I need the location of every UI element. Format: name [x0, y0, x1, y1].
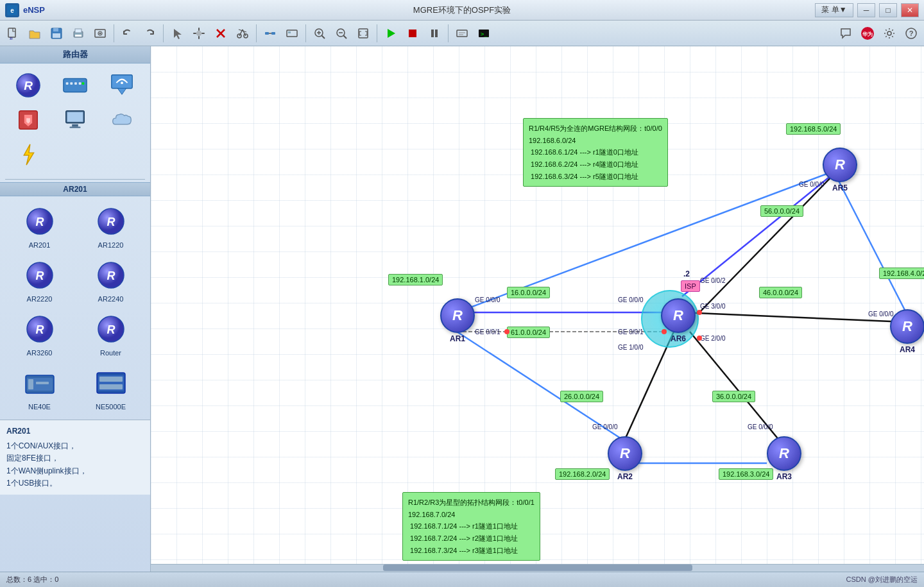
- save-button[interactable]: [46, 23, 67, 44]
- screenshot-button[interactable]: [90, 23, 110, 44]
- svg-rect-82: [99, 377, 123, 382]
- router-ar1-icon: R: [440, 298, 475, 333]
- window-title: MGRE环境下的OSPF实验: [413, 4, 511, 16]
- router-ar1[interactable]: R AR1: [440, 298, 475, 343]
- port-ar5-ge000: GE 0/0/0: [799, 181, 824, 188]
- device-ar201-label: AR201: [29, 241, 51, 249]
- svg-rect-55: [81, 82, 84, 85]
- new-button[interactable]: 新: [3, 23, 23, 44]
- pan-button[interactable]: [189, 23, 209, 44]
- settings-button[interactable]: [879, 23, 900, 44]
- device-ar2220[interactable]: R AR2220: [6, 257, 73, 305]
- port-ar6-ge001: GE 0/0/1: [618, 328, 643, 336]
- svg-rect-52: [70, 82, 73, 85]
- stop-button[interactable]: [402, 23, 423, 44]
- select-button[interactable]: [167, 23, 187, 44]
- router-ar4[interactable]: R AR4: [890, 309, 924, 354]
- device-ar201[interactable]: R AR201: [6, 203, 73, 251]
- status-left: 总数：6 选中：0: [6, 575, 58, 584]
- net-label-16: 16.0.0.0/24: [507, 287, 550, 298]
- svg-rect-62: [69, 126, 80, 128]
- router-ar6[interactable]: R AR6: [661, 298, 696, 343]
- sidebar-pc-icon[interactable]: [53, 105, 96, 135]
- router-ar5-icon: R: [823, 148, 857, 182]
- print-button[interactable]: [68, 23, 89, 44]
- net-label-192168-1: 192.168.1.0/24: [388, 274, 443, 285]
- undo-button[interactable]: [117, 23, 138, 44]
- router-ar5[interactable]: R AR5: [823, 148, 857, 192]
- sidebar-wireless-icon[interactable]: [101, 70, 144, 101]
- terminal-button[interactable]: >_: [474, 23, 494, 44]
- port-ar1-ge000: GE 0/0/0: [475, 296, 500, 303]
- svg-point-45: [887, 31, 891, 35]
- svg-rect-60: [67, 112, 83, 122]
- svg-rect-83: [99, 384, 123, 389]
- delete-button[interactable]: [210, 23, 231, 44]
- router-ar2-icon: R: [608, 436, 642, 471]
- redo-button[interactable]: [139, 23, 160, 44]
- minimize-button[interactable]: ─: [857, 3, 875, 17]
- conn-dot-1: [504, 329, 509, 334]
- start-button[interactable]: [381, 23, 401, 44]
- zoom-in-button[interactable]: [309, 23, 330, 44]
- desc-title: AR201: [6, 425, 144, 438]
- zoom-out-button[interactable]: [331, 23, 352, 44]
- cut-button[interactable]: [232, 23, 253, 44]
- svg-marker-34: [388, 29, 395, 38]
- device-ar2220-label: AR2220: [27, 295, 53, 303]
- canvas-area[interactable]: .2 ISP R1/R4/R5为全连的MGRE结构网段：t0/0/0192.16…: [151, 46, 924, 572]
- capture-button[interactable]: [452, 23, 472, 44]
- net-label-36: 36.0.0.0/24: [712, 391, 755, 402]
- port-ar6-ge100: GE 1/0/0: [618, 344, 643, 351]
- svg-text:R: R: [35, 216, 44, 228]
- close-button[interactable]: ✕: [901, 3, 919, 17]
- device-ar3260-label: AR3260: [27, 349, 53, 357]
- device-router[interactable]: R Router: [78, 311, 144, 359]
- device-ne5000e[interactable]: NE5000E: [78, 364, 144, 413]
- maximize-button[interactable]: □: [879, 3, 897, 17]
- sidebar-divider: [5, 179, 145, 180]
- sidebar-sub-title: AR201: [0, 182, 150, 196]
- huawei-button[interactable]: 华为: [857, 23, 878, 44]
- open-button[interactable]: [24, 23, 45, 44]
- router-ar3-icon: R: [767, 436, 801, 471]
- port-ar6-ge002: GE 0/0/2: [700, 277, 725, 284]
- svg-rect-51: [66, 82, 69, 85]
- sidebar-router-icon[interactable]: R: [6, 70, 49, 101]
- net-label-46: 46.0.0.0/24: [759, 287, 802, 298]
- svg-rect-79: [36, 382, 49, 384]
- sidebar-firewall-icon[interactable]: [6, 105, 49, 135]
- add-connection-button[interactable]: [260, 23, 280, 44]
- device-ar3260[interactable]: R AR3260: [6, 311, 73, 359]
- net-label-192168-3: 192.168.3.0/24: [719, 468, 773, 480]
- add-device-button[interactable]: [282, 23, 302, 44]
- conn-dot-4: [697, 336, 702, 341]
- svg-rect-78: [28, 379, 33, 389]
- chat-button[interactable]: [835, 23, 856, 44]
- svg-text:新: 新: [10, 37, 13, 40]
- device-ar2240[interactable]: R AR2240: [78, 257, 144, 305]
- app-logo: e eNSP: [0, 3, 45, 17]
- router-ar2[interactable]: R AR2: [608, 436, 642, 481]
- router-ar3[interactable]: R AR3: [767, 436, 801, 481]
- menu-button[interactable]: 菜 单▼: [815, 3, 853, 17]
- sidebar-cloud-icon[interactable]: [101, 105, 144, 135]
- fit-button[interactable]: [353, 23, 373, 44]
- toolbar-separator-4: [305, 24, 306, 42]
- router-ar4-label: AR4: [900, 345, 915, 354]
- pause-button[interactable]: [424, 23, 445, 44]
- toolbar-separator-3: [256, 24, 257, 42]
- sidebar: 路由器 R: [0, 46, 151, 572]
- port-ar2-ge000: GE 0/0/0: [592, 423, 617, 430]
- scrollbar-thumb[interactable]: [383, 565, 692, 571]
- sidebar-switch-icon[interactable]: [53, 70, 96, 101]
- help-button[interactable]: ?: [901, 23, 921, 44]
- description-box: AR201 1个CON/AUX接口， 固定8FE接口， 1个WAN侧uplink…: [0, 420, 150, 495]
- device-ar1220[interactable]: R AR1220: [78, 203, 144, 251]
- horizontal-scrollbar[interactable]: [151, 564, 924, 572]
- net-label-26: 26.0.0.0/24: [560, 391, 603, 402]
- router-ar6-icon: R: [661, 298, 696, 333]
- device-ne40e[interactable]: NE40E: [6, 364, 73, 413]
- sidebar-bolt-icon[interactable]: [6, 139, 49, 170]
- logo-icon: e: [5, 3, 19, 17]
